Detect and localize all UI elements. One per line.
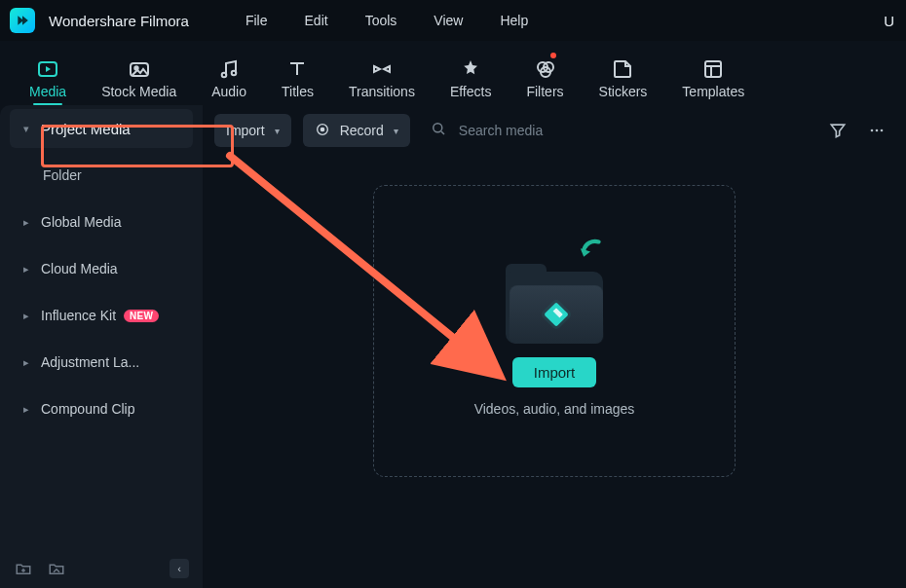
import-dropzone[interactable]: Import Videos, audio, and images	[373, 185, 736, 477]
sidebar-item-folder[interactable]: Folder	[10, 156, 193, 195]
sidebar-footer: ‹	[0, 549, 203, 588]
pill-label: Record	[340, 123, 384, 138]
svg-point-11	[434, 124, 442, 132]
folder-settings-icon[interactable]	[47, 559, 66, 578]
menu-help[interactable]: Help	[484, 9, 544, 32]
sidebar-item-cloud-media[interactable]: ▸ Cloud Media	[10, 249, 193, 288]
svg-point-13	[876, 129, 879, 132]
svg-point-4	[232, 71, 237, 76]
pill-label: Import	[226, 123, 265, 138]
templates-icon	[701, 56, 725, 82]
sidebar-item-influence-kit[interactable]: ▸ Influence Kit NEW	[10, 296, 193, 335]
import-dropdown[interactable]: Import ▾	[214, 114, 291, 147]
toolbar: Media Stock Media Audio Titles Transitio…	[0, 41, 906, 105]
tab-label: Media	[29, 84, 66, 99]
tab-label: Stickers	[599, 84, 648, 99]
menu-view[interactable]: View	[418, 9, 478, 32]
collapse-sidebar-button[interactable]: ‹	[170, 559, 189, 578]
svg-rect-8	[705, 61, 721, 77]
tab-audio[interactable]: Audio	[211, 56, 246, 105]
menu-tools[interactable]: Tools	[350, 9, 413, 32]
search-input[interactable]	[457, 122, 805, 139]
tab-transitions[interactable]: Transitions	[349, 56, 415, 105]
chevron-right-icon: ▸	[23, 403, 33, 416]
chevron-right-icon: ▸	[23, 310, 33, 322]
record-dropdown[interactable]: Record ▾	[303, 114, 410, 147]
import-button[interactable]: Import	[512, 357, 597, 387]
tab-label: Filters	[526, 84, 563, 99]
tab-label: Transitions	[349, 84, 415, 99]
filter-button[interactable]	[824, 117, 851, 144]
sidebar: ▾ Project Media Folder ▸ Global Media ▸ …	[0, 105, 203, 588]
sidebar-item-label: Folder	[43, 167, 82, 183]
tab-stickers[interactable]: Stickers	[599, 56, 648, 105]
tab-effects[interactable]: Effects	[450, 56, 492, 105]
sidebar-item-label: Global Media	[41, 214, 122, 230]
actionbar: Import ▾ Record ▾	[203, 105, 906, 156]
sidebar-item-label: Compound Clip	[41, 401, 135, 417]
new-badge: NEW	[124, 310, 159, 322]
sidebar-item-label: Cloud Media	[41, 261, 118, 276]
menubar: Wondershare Filmora File Edit Tools View…	[0, 0, 906, 41]
tab-label: Effects	[450, 84, 492, 99]
sidebar-item-label: Influence Kit	[41, 308, 116, 323]
sidebar-item-compound-clip[interactable]: ▸ Compound Clip	[10, 389, 193, 428]
app-title: Wondershare Filmora	[49, 13, 189, 29]
menu-file[interactable]: File	[230, 9, 283, 32]
new-folder-icon[interactable]	[14, 559, 33, 578]
search-media[interactable]	[422, 114, 812, 147]
svg-point-3	[222, 73, 227, 78]
sidebar-item-label: Project Media	[41, 121, 131, 137]
sidebar-item-adjustment-layer[interactable]: ▸ Adjustment La...	[10, 343, 193, 382]
chevron-down-icon: ▾	[23, 123, 33, 135]
stock-media-icon	[128, 56, 151, 82]
content-area: Import ▾ Record ▾	[203, 105, 906, 588]
chevron-right-icon: ▸	[23, 356, 33, 369]
menu-edit[interactable]: Edit	[289, 9, 344, 32]
tab-templates[interactable]: Templates	[682, 56, 744, 105]
record-icon	[315, 122, 330, 140]
media-icon	[36, 56, 59, 82]
tab-label: Audio	[211, 84, 246, 99]
chevron-down-icon: ▾	[394, 126, 398, 136]
sidebar-item-project-media[interactable]: ▾ Project Media	[10, 109, 193, 148]
filters-icon	[534, 56, 557, 82]
menubar-right-text: U	[884, 13, 896, 29]
tab-stock-media[interactable]: Stock Media	[101, 56, 176, 105]
tab-label: Stock Media	[101, 84, 176, 99]
svg-point-12	[871, 129, 874, 132]
dropzone-subtitle: Videos, audio, and images	[474, 401, 635, 417]
tab-titles[interactable]: Titles	[282, 56, 314, 105]
effects-icon	[459, 56, 482, 82]
tab-media[interactable]: Media	[29, 56, 66, 105]
download-arrow-icon	[574, 239, 607, 272]
tab-label: Titles	[282, 84, 314, 99]
chevron-right-icon: ▸	[23, 216, 33, 229]
sidebar-item-global-media[interactable]: ▸ Global Media	[10, 202, 193, 241]
app-logo-icon	[10, 8, 35, 33]
more-options-button[interactable]	[863, 117, 890, 144]
tab-label: Templates	[682, 84, 744, 99]
search-icon	[430, 120, 447, 141]
folder-graphic-icon	[496, 246, 613, 344]
dropzone-area: Import Videos, audio, and images	[203, 156, 906, 588]
chevron-right-icon: ▸	[23, 263, 33, 276]
stickers-icon	[611, 56, 634, 82]
chevron-down-icon: ▾	[275, 126, 280, 136]
svg-point-10	[320, 127, 324, 131]
transitions-icon	[370, 56, 394, 82]
audio-icon	[217, 56, 241, 82]
titles-icon	[285, 56, 309, 82]
workspace: ▾ Project Media Folder ▸ Global Media ▸ …	[0, 105, 906, 588]
sidebar-item-label: Adjustment La...	[41, 354, 139, 370]
svg-point-14	[881, 129, 884, 132]
tab-filters[interactable]: Filters	[526, 56, 563, 105]
